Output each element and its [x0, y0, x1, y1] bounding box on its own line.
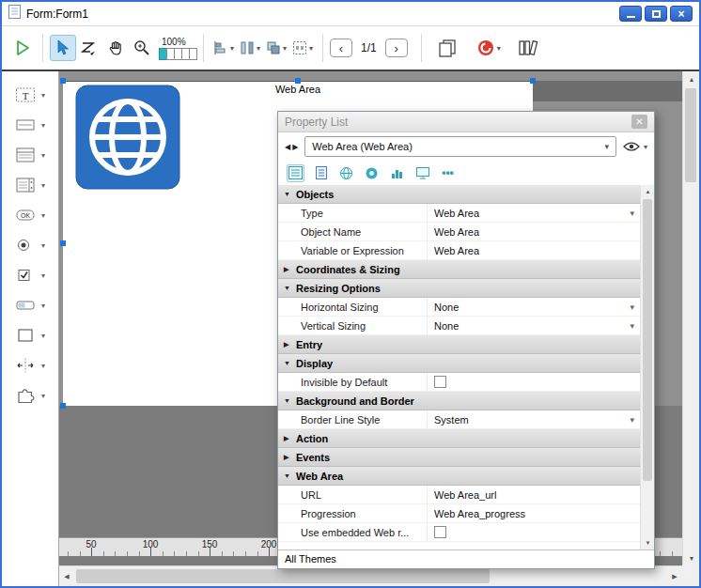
run-form-button[interactable] — [9, 35, 36, 61]
property-row-horizontal-sizing[interactable]: Horizontal Sizing None ▾ — [278, 298, 640, 317]
sidebar-tool-splitter[interactable]: ▾ — [2, 353, 58, 378]
chevron-down-icon[interactable]: ▾ — [630, 298, 634, 317]
scroll-up-icon[interactable]: ▲ — [641, 185, 654, 198]
form-pages-button[interactable] — [434, 35, 460, 61]
property-row-invisible-by-default[interactable]: Invisible by Default — [278, 373, 640, 392]
object-prev-next-buttons[interactable]: ◀▶ — [285, 143, 298, 151]
scroll-right-icon[interactable]: ▶ — [667, 566, 682, 587]
object-selector-dropdown[interactable]: Web Area (Web Area) ▾ — [304, 136, 616, 157]
property-row-progression[interactable]: Progression Web Area_progress — [278, 504, 640, 523]
sidebar-tool-radio-button[interactable]: ▾ — [2, 233, 58, 257]
chevron-down-icon[interactable]: ▾ — [309, 44, 313, 53]
previous-page-button[interactable]: ‹ — [330, 39, 352, 57]
chevron-down-icon[interactable]: ▾ — [41, 362, 45, 370]
sidebar-tool-plugin[interactable]: ▾ — [2, 383, 58, 408]
entry-order-tool-button[interactable] — [76, 35, 102, 61]
tab-objects[interactable] — [312, 164, 330, 182]
scroll-up-icon[interactable]: ▲ — [683, 71, 700, 86]
zoom-step[interactable] — [189, 48, 197, 60]
selection-handle-bottom-left[interactable] — [60, 403, 66, 409]
section-coordinates-sizing[interactable]: ▶ Coordinates & Sizing — [278, 260, 640, 279]
chevron-down-icon[interactable]: ▾ — [630, 317, 634, 335]
chevron-down-icon[interactable]: ▾ — [41, 302, 45, 310]
property-row-border-line-style[interactable]: Border Line Style System ▾ — [278, 410, 640, 429]
chevron-down-icon[interactable]: ▾ — [41, 151, 45, 160]
scrollbar-thumb[interactable] — [643, 199, 652, 481]
chevron-down-icon[interactable]: ▾ — [41, 91, 45, 100]
scroll-left-icon[interactable]: ◀ — [59, 566, 74, 587]
tab-more[interactable]: ••• — [439, 164, 457, 182]
vertical-scrollbar[interactable]: ▲ ▼ — [682, 71, 699, 565]
property-row-variable[interactable]: Variable or Expression Web Area — [278, 241, 640, 260]
select-tool-button[interactable] — [50, 35, 76, 61]
tab-display[interactable] — [413, 164, 431, 182]
sidebar-tool-button[interactable]: OK ▾ — [2, 203, 58, 227]
property-row-object-name[interactable]: Object Name Web Area — [278, 223, 640, 241]
align-objects-button[interactable]: ▾ — [210, 35, 237, 61]
property-grid-scrollbar[interactable]: ▲ ▼ — [640, 185, 654, 549]
section-events[interactable]: ▶ Events — [278, 448, 640, 467]
property-list-close-button[interactable]: ✕ — [631, 115, 647, 129]
chevron-left-icon[interactable]: ◀ — [285, 143, 290, 151]
scroll-down-icon[interactable]: ▼ — [641, 536, 654, 549]
object-level-button[interactable]: ▾ — [263, 35, 289, 61]
chevron-down-icon[interactable]: ▾ — [41, 241, 45, 250]
themes-footer[interactable]: All Themes — [278, 549, 654, 568]
section-background-and-border[interactable]: ▼ Background and Border — [278, 392, 640, 410]
chevron-down-icon[interactable]: ▾ — [41, 121, 45, 130]
section-objects[interactable]: ▼ Objects — [278, 185, 640, 204]
scrollbar-thumb[interactable] — [76, 569, 490, 583]
chevron-down-icon[interactable]: ▾ — [630, 204, 634, 223]
chevron-down-icon[interactable]: ▾ — [41, 392, 45, 400]
use-embedded-web-rendering-checkbox[interactable] — [434, 526, 446, 538]
close-button[interactable]: × — [670, 6, 693, 22]
chevron-down-icon[interactable]: ▾ — [41, 271, 45, 280]
chevron-down-icon[interactable]: ▾ — [630, 410, 634, 429]
section-resizing-options[interactable]: ▼ Resizing Options — [278, 279, 640, 298]
minimize-button[interactable] — [619, 6, 642, 22]
property-row-use-embedded-web-rendering[interactable]: Use embedded Web r... — [278, 523, 640, 542]
chevron-down-icon[interactable]: ▾ — [41, 332, 45, 340]
chevron-down-icon[interactable]: ▾ — [41, 181, 45, 190]
duplicate-grid-button[interactable]: ▾ — [289, 35, 316, 61]
tab-appearance[interactable] — [363, 164, 381, 182]
section-action[interactable]: ▶ Action — [278, 429, 640, 448]
zoom-tool-button[interactable] — [129, 35, 155, 61]
chevron-right-icon[interactable]: ▶ — [292, 143, 298, 151]
distribute-objects-button[interactable]: ▾ — [237, 35, 263, 61]
property-row-vertical-sizing[interactable]: Vertical Sizing None ▾ — [278, 317, 640, 335]
sidebar-tool-rectangle[interactable]: ▾ — [2, 323, 58, 348]
maximize-button[interactable] — [645, 6, 667, 22]
pan-tool-button[interactable] — [102, 35, 129, 61]
section-display[interactable]: ▼ Display — [278, 354, 640, 373]
form-events-button[interactable]: ▾ — [475, 35, 502, 61]
section-entry[interactable]: ▶ Entry — [278, 335, 640, 354]
sidebar-tool-checkbox[interactable]: ▾ — [2, 263, 58, 287]
chevron-down-icon[interactable]: ▾ — [41, 211, 45, 220]
property-row-type[interactable]: Type Web Area ▾ — [278, 204, 640, 223]
sidebar-tool-indicator[interactable]: ▾ — [2, 293, 58, 317]
chevron-down-icon[interactable]: ▾ — [257, 44, 260, 53]
tab-data-source[interactable] — [388, 164, 406, 182]
selection-handle-top-right[interactable] — [530, 78, 536, 84]
property-row-url[interactable]: URL Web Area_url — [278, 486, 640, 504]
property-list-titlebar[interactable]: Property List ✕ — [278, 112, 654, 132]
visibility-filter-button[interactable]: ▾ — [623, 141, 647, 152]
scrollbar-thumb[interactable] — [685, 88, 696, 182]
sidebar-tool-text[interactable]: T ▾ — [2, 83, 58, 107]
selection-handle-top-left[interactable] — [60, 78, 66, 84]
sidebar-tool-combo-box[interactable]: ▾ — [2, 173, 58, 197]
sidebar-tool-list-box[interactable]: ▾ — [2, 143, 58, 167]
chevron-down-icon[interactable]: ▾ — [230, 44, 234, 53]
object-library-button[interactable] — [515, 35, 541, 61]
chevron-down-icon[interactable]: ▾ — [283, 44, 287, 53]
selection-handle-middle-left[interactable] — [60, 240, 66, 246]
chevron-down-icon[interactable]: ▾ — [497, 44, 501, 53]
section-web-area[interactable]: ▼ Web Area — [278, 467, 640, 486]
sidebar-tool-group-box[interactable]: ▾ — [2, 113, 58, 137]
tab-all-properties[interactable] — [287, 164, 304, 182]
next-page-button[interactable]: › — [385, 39, 408, 57]
tab-coordinates[interactable] — [337, 164, 355, 182]
scroll-down-icon[interactable]: ▼ — [683, 550, 700, 565]
selection-handle-top-center[interactable] — [295, 78, 301, 84]
